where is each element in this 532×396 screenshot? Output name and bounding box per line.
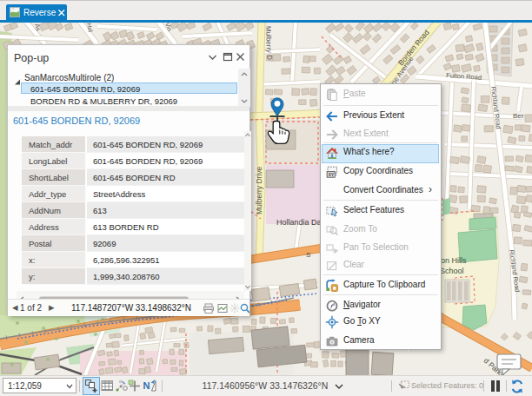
svg-text:on Hills: on Hills: [441, 256, 467, 265]
svg-text:XY: XY: [328, 172, 334, 177]
svg-text:Hollandia Da: Hollandia Da: [276, 218, 322, 227]
svg-text:Ber: Ber: [513, 112, 524, 120]
svg-text:S: S: [306, 251, 310, 259]
svg-text:Mulberry Drive: Mulberry Drive: [255, 166, 263, 214]
svg-text:N: N: [143, 380, 150, 391]
svg-text:Mulberry D: Mulberry D: [264, 26, 273, 61]
svg-text:School: School: [440, 267, 464, 275]
